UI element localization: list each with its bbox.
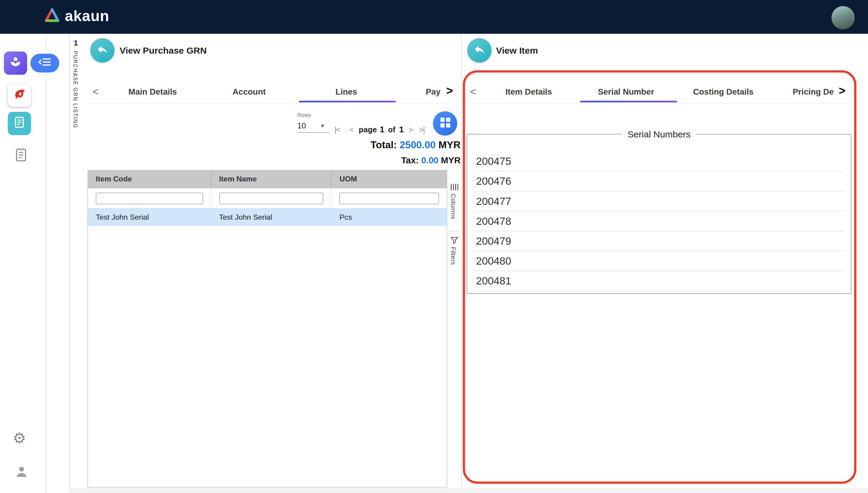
workspace-tab-index: 1 xyxy=(70,39,81,47)
sidebar-item-document[interactable] xyxy=(13,147,29,165)
tab-serial-number-active[interactable]: Serial Number xyxy=(598,87,654,96)
tabs-scroll-left-grn[interactable]: < xyxy=(92,86,99,98)
app-root: akaun xyxy=(0,0,868,493)
serial-number-item: 200476 xyxy=(474,171,844,191)
tab-lines-active[interactable]: Lines xyxy=(335,87,357,96)
columns-toggle[interactable]: Columns xyxy=(450,194,457,219)
table-header-row: Item Code Item Name UOM xyxy=(88,171,447,188)
serial-number-item: 200475 xyxy=(474,152,844,171)
support-button[interactable] xyxy=(15,464,29,481)
tax-amount: Tax: 0.00 MYR xyxy=(249,155,461,166)
page-title-item: View Item xyxy=(496,45,538,56)
page-word: page xyxy=(359,125,377,134)
tax-currency: MYR xyxy=(441,155,460,165)
cell-item-code: Test John Serial xyxy=(88,213,211,221)
filter-input-item-code[interactable] xyxy=(96,192,203,204)
lines-table: Item Code Item Name UOM Test John Serial… xyxy=(87,170,447,488)
column-header-item-code[interactable]: Item Code xyxy=(88,171,211,188)
tax-value: 0.00 xyxy=(421,155,438,165)
user-avatar[interactable] xyxy=(831,6,855,29)
serial-number-item: 200480 xyxy=(474,251,844,271)
current-page: 1 xyxy=(380,125,384,134)
tabs-scroll-right-item[interactable]: > xyxy=(839,84,846,97)
panel-divider xyxy=(461,34,462,493)
tab-main-details[interactable]: Main Details xyxy=(128,87,177,96)
sidebar-divider xyxy=(46,34,46,493)
active-tab-underline-grn xyxy=(299,101,396,103)
sidebar-item-pdf[interactable] xyxy=(8,84,31,107)
tab-account[interactable]: Account xyxy=(232,87,265,96)
sidebar-item-procurement[interactable] xyxy=(4,51,27,75)
bottom-gutter xyxy=(69,488,868,493)
column-header-uom[interactable]: UOM xyxy=(332,171,447,188)
hands-icon xyxy=(8,55,23,71)
serial-number-item: 200481 xyxy=(474,271,844,291)
caret-down-icon[interactable]: ▾ xyxy=(321,122,324,130)
filter-funnel-icon[interactable] xyxy=(451,236,458,246)
next-page-button[interactable]: > xyxy=(409,125,413,134)
prev-page-button[interactable]: < xyxy=(349,125,353,134)
filter-input-item-name[interactable] xyxy=(219,192,324,204)
menu-collapse-icon xyxy=(38,58,51,69)
screen: akaun xyxy=(0,0,868,493)
brand-triangle-icon xyxy=(43,7,61,26)
back-arrow-icon xyxy=(473,43,485,58)
back-arrow-icon xyxy=(96,43,108,58)
document-icon xyxy=(13,116,26,131)
brand-logo[interactable]: akaun xyxy=(43,7,109,26)
top-bar: akaun xyxy=(0,0,868,34)
serial-numbers-legend: Serial Numbers xyxy=(622,129,696,140)
column-header-item-name[interactable]: Item Name xyxy=(211,171,332,188)
grid-icon xyxy=(440,117,450,130)
document-outline-icon xyxy=(13,155,29,164)
tabs-scroll-right-grn[interactable]: > xyxy=(446,84,453,97)
grid-view-button[interactable] xyxy=(433,111,457,135)
filters-toggle[interactable]: Filters xyxy=(450,247,457,265)
total-currency: MYR xyxy=(438,140,460,151)
last-page-button[interactable]: >| xyxy=(419,125,425,134)
strip-divider xyxy=(449,231,460,232)
serial-numbers-fieldset: Serial Numbers 200475 200476 200477 2004… xyxy=(466,129,851,294)
tab-pay[interactable]: Pay xyxy=(426,87,444,96)
menu-pin-toggle[interactable] xyxy=(30,53,59,72)
of-word: of xyxy=(388,125,395,134)
first-page-button[interactable]: |< xyxy=(334,125,340,134)
gear-icon: ⚙ xyxy=(13,430,26,447)
tab-costing-details[interactable]: Costing Details xyxy=(693,87,754,96)
tab-divider-grn xyxy=(87,103,447,104)
total-pages: 1 xyxy=(399,125,404,134)
rail-divider xyxy=(69,34,70,493)
cell-uom: Pcs xyxy=(332,213,447,221)
filter-input-uom[interactable] xyxy=(340,192,439,204)
workspace-tab-label: PURCHASE GRN LISTING xyxy=(73,51,79,128)
back-button-item[interactable] xyxy=(467,38,492,63)
page-title-grn: View Purchase GRN xyxy=(120,45,207,56)
cell-item-name: Test John Serial xyxy=(211,213,332,221)
back-button-grn[interactable] xyxy=(90,38,114,63)
total-amount: Total: 2500.00 MYR xyxy=(249,140,461,151)
columns-icon[interactable] xyxy=(451,183,458,193)
sidebar-item-listing-active[interactable] xyxy=(8,112,31,135)
tax-label: Tax: xyxy=(401,155,419,165)
serial-number-item: 200477 xyxy=(474,192,844,212)
tab-pricing-details[interactable]: Pricing Det xyxy=(793,87,834,96)
total-value: 2500.00 xyxy=(400,140,436,151)
table-row[interactable]: Test John Serial Test John Serial Pcs xyxy=(88,208,447,226)
rows-select-underline xyxy=(297,132,329,133)
brand-name: akaun xyxy=(65,8,109,25)
rows-label: Rows xyxy=(297,112,311,118)
serial-number-item: 200478 xyxy=(474,212,844,232)
tab-divider-item xyxy=(468,103,853,104)
tab-item-details[interactable]: Item Details xyxy=(505,87,552,96)
serial-number-item: 200479 xyxy=(474,232,844,251)
active-tab-underline-item xyxy=(580,101,677,103)
tabs-scroll-left-item[interactable]: < xyxy=(470,86,476,98)
table-filter-row xyxy=(88,188,447,208)
total-label: Total: xyxy=(370,140,397,151)
person-icon xyxy=(15,471,29,480)
rows-per-page-select[interactable]: 10 xyxy=(297,121,306,130)
settings-button[interactable]: ⚙ xyxy=(13,431,26,446)
pdf-icon xyxy=(12,86,27,104)
